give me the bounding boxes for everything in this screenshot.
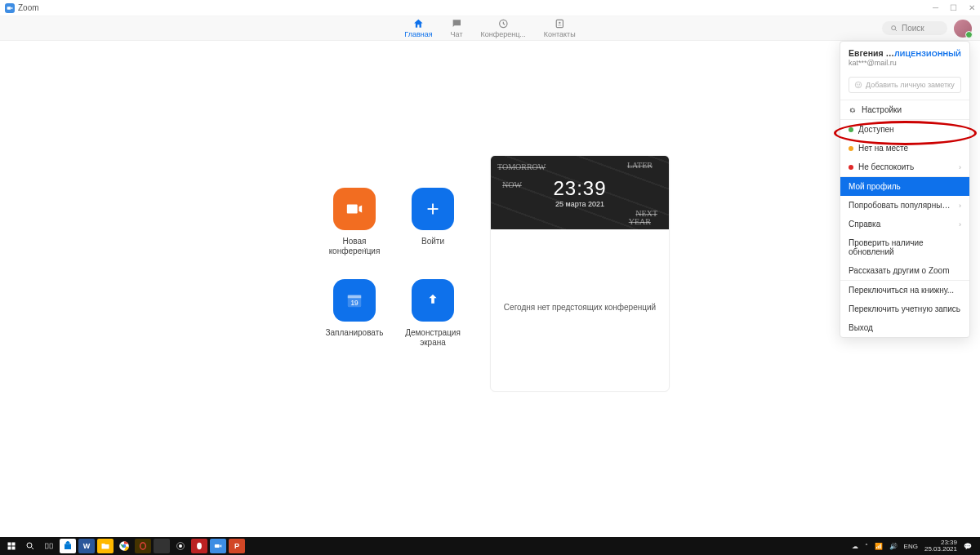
svg-rect-10	[8, 543, 11, 546]
profile-email: kat***@mail.ru	[849, 59, 961, 67]
menu-switch-account[interactable]: Переключить учетную запись	[840, 300, 969, 318]
status-dnd-label: Не беспокоить	[858, 162, 914, 171]
tray-date: 25.03.2021	[924, 546, 957, 553]
status-away[interactable]: Нет на месте	[840, 139, 969, 158]
menu-switch-account-label: Переключить учетную запись	[849, 304, 960, 313]
window-titlebar: Zoom ─ ☐ ✕	[0, 0, 980, 16]
taskbar-explorer[interactable]	[97, 539, 114, 553]
chalk-text: NOW	[502, 180, 522, 189]
note-placeholder: Добавить личную заметку	[866, 81, 955, 89]
taskbar-app-generic[interactable]	[154, 539, 170, 553]
menu-tell-others[interactable]: Рассказать другим о Zoom	[840, 261, 969, 280]
svg-point-3	[892, 25, 896, 29]
windows-taskbar: W P ☁ ˄ 📶 🔊 ENG 23:39 25.03.2021 💬	[0, 537, 980, 555]
maximize-button[interactable]: ☐	[950, 3, 957, 12]
share-label: Демонстрация экрана	[405, 328, 461, 348]
svg-point-22	[197, 543, 202, 549]
svg-rect-12	[8, 547, 11, 550]
close-button[interactable]: ✕	[969, 3, 975, 12]
svg-point-9	[859, 84, 860, 85]
menu-try-features[interactable]: Попробовать популярные функции ›	[840, 196, 969, 215]
clock-date: 25 марта 2021	[555, 200, 604, 208]
taskbar-chrome[interactable]	[116, 539, 132, 553]
nav-home-label: Главная	[404, 30, 432, 38]
smile-icon	[854, 81, 862, 89]
menu-check-updates-label: Проверить наличие обновлений	[849, 238, 961, 256]
profile-avatar[interactable]	[954, 20, 972, 38]
status-dnd[interactable]: Не беспокоить ›	[840, 158, 969, 176]
taskbar-powerpoint[interactable]: P	[229, 539, 245, 553]
profile-name: Евгения Кат...	[849, 48, 894, 58]
tray-notifications-icon[interactable]: 💬	[964, 543, 972, 550]
tray-network-icon[interactable]: 📶	[875, 543, 883, 550]
nav-chat-label: Чат	[451, 30, 463, 38]
menu-switch-book-label: Переключиться на книжну...	[849, 286, 954, 295]
menu-tell-others-label: Рассказать другим о Zoom	[849, 266, 950, 275]
svg-rect-16	[50, 544, 53, 548]
taskbar-opera[interactable]	[191, 539, 207, 553]
svg-point-8	[857, 84, 858, 85]
nav-chat[interactable]: Чат	[451, 18, 463, 38]
nav-home[interactable]: Главная	[404, 18, 432, 38]
status-dot-green	[849, 127, 853, 132]
search-input[interactable]: Поиск	[882, 21, 947, 35]
taskbar-zoom[interactable]	[210, 539, 226, 553]
menu-my-profile[interactable]: Мой профиль	[840, 177, 969, 196]
window-controls: ─ ☐ ✕	[933, 3, 975, 12]
menu-my-profile-label: Мой профиль	[849, 182, 901, 191]
tray-onedrive-icon[interactable]: ☁	[852, 543, 858, 550]
join-button[interactable]: Войти	[397, 188, 469, 256]
svg-rect-13	[12, 547, 16, 550]
gear-icon	[849, 106, 857, 114]
tray-volume-icon[interactable]: 🔊	[889, 543, 898, 550]
license-badge: ЛИЦЕНЗИОННЫЙ	[894, 50, 961, 58]
tray-up-icon[interactable]: ˄	[865, 543, 868, 550]
tray-clock[interactable]: 23:39 25.03.2021	[924, 539, 957, 553]
profile-dropdown: Евгения Кат... ЛИЦЕНЗИОННЫЙ kat***@mail.…	[840, 41, 970, 338]
taskbar-obs[interactable]	[172, 539, 189, 553]
minimize-button[interactable]: ─	[933, 3, 938, 12]
schedule-label: Запланировать	[326, 328, 384, 338]
start-button[interactable]	[3, 539, 20, 553]
menu-check-updates[interactable]: Проверить наличие обновлений	[840, 233, 969, 261]
menu-help[interactable]: Справка ›	[840, 215, 969, 233]
status-available[interactable]: Доступен	[840, 120, 969, 139]
personal-note-input[interactable]: Добавить личную заметку	[849, 77, 961, 93]
taskbar-opera-gx[interactable]	[135, 539, 151, 553]
tray-language[interactable]: ENG	[904, 543, 918, 550]
calendar-icon: 19	[333, 279, 376, 322]
menu-exit[interactable]: Выход	[840, 318, 969, 337]
chalk-text: TOMORROW	[497, 162, 546, 171]
menu-settings[interactable]: Настройки	[840, 100, 969, 119]
zoom-app-icon	[5, 3, 15, 13]
search-icon	[890, 24, 898, 33]
join-label: Войти	[421, 237, 444, 246]
top-navigation: Главная Чат Конференц... Контакты Поиск	[0, 16, 980, 41]
nav-contacts[interactable]: Контакты	[544, 18, 576, 38]
search-button[interactable]	[22, 539, 38, 553]
status-dot-orange	[849, 146, 853, 151]
chevron-right-icon: ›	[959, 202, 961, 210]
new-meeting-dropdown[interactable]: ⌄	[363, 243, 369, 251]
nav-meetings[interactable]: Конференц...	[481, 18, 526, 38]
menu-try-features-label: Попробовать популярные функции	[849, 201, 954, 210]
menu-switch-book[interactable]: Переключиться на книжну...	[840, 281, 969, 300]
task-view-button[interactable]	[41, 539, 57, 553]
share-arrow-icon	[412, 279, 454, 322]
svg-rect-5	[348, 295, 362, 299]
status-available-label: Доступен	[858, 125, 894, 134]
svg-point-21	[179, 544, 182, 548]
svg-point-7	[855, 82, 862, 88]
taskbar-word[interactable]: W	[78, 539, 95, 553]
new-meeting-button[interactable]: Новая конференция	[318, 188, 390, 256]
nav-contacts-label: Контакты	[544, 30, 576, 38]
taskbar-store[interactable]	[60, 539, 76, 553]
svg-text:19: 19	[350, 300, 359, 307]
schedule-button[interactable]: 19 Запланировать	[318, 279, 390, 348]
svg-point-2	[559, 22, 560, 24]
nav-meetings-label: Конференц...	[481, 30, 526, 38]
share-screen-button[interactable]: Демонстрация экрана	[397, 279, 469, 348]
chalk-text: YEAR	[629, 217, 651, 226]
main-content: Новая конференция Войти 19 Запланировать…	[0, 41, 980, 537]
menu-help-label: Справка	[849, 220, 880, 229]
